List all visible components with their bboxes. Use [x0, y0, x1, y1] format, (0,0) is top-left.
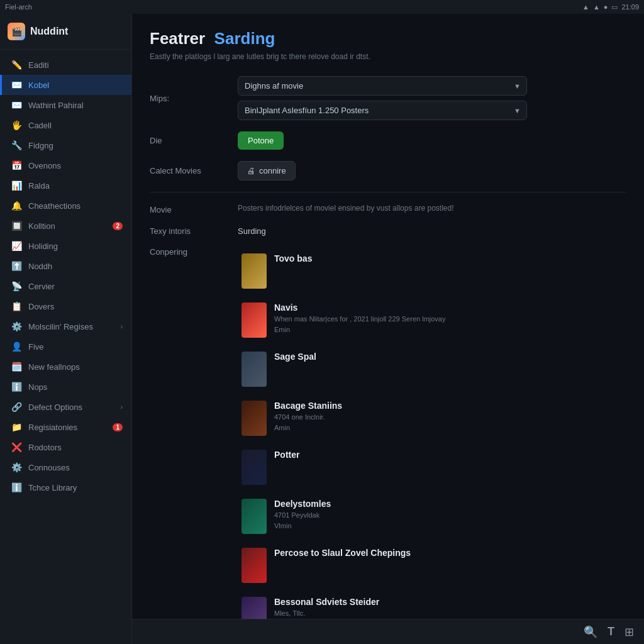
movie-info-block: Tovo bas	[274, 253, 623, 265]
eaditi-icon: ✏️	[11, 60, 22, 70]
rodotors-icon: ❌	[11, 442, 22, 452]
movie-meta-line2: Emin	[274, 325, 623, 335]
movie-meta-line1: 4704 one Inclnir.	[274, 412, 623, 423]
noddh-icon: ⬆️	[11, 261, 22, 271]
kolltion-icon: 🔲	[11, 221, 22, 231]
movie-list: Tovo basNavisWhen mas Nlitar|ces for , 2…	[238, 247, 626, 644]
movie-list-item[interactable]: NavisWhen mas Nlitar|ces for , 2021 linj…	[238, 296, 626, 344]
wathint-pahiral-icon: ✉️	[11, 100, 22, 110]
dovers-label: Dovers	[28, 302, 123, 311]
movie-title: Navis	[274, 303, 623, 313]
movie-info-row: Movie Posters infodrlelces of moviel ens…	[150, 204, 626, 215]
fidgng-icon: 🔧	[11, 140, 22, 150]
new-feallnops-label: New feallnops	[28, 362, 123, 372]
movie-list-item[interactable]: Percose to Slaul Zovel Chepings	[238, 541, 626, 589]
dropdown2-wrapper: BinlJplant AsIesfíun 1.250 Posters ▼	[238, 101, 527, 120]
tchce-library-icon: ℹ️	[11, 482, 22, 492]
page-subtitle: Eastly the platIogs l larg ane lutles br…	[150, 52, 626, 61]
sidebar-item-ovenons[interactable]: 📅Ovenons	[0, 155, 131, 175]
conpering-label: Conpering	[150, 247, 238, 257]
movie-info-block: Percose to Slaul Zovel Chepings	[274, 548, 623, 559]
sidebar-item-cadell[interactable]: 🖐️Cadell	[0, 115, 131, 135]
movie-list-item[interactable]: Tovo bas	[238, 247, 626, 295]
movie-poster	[242, 450, 267, 485]
clock-icon: ●	[604, 3, 608, 11]
regisiatonies-icon: 📁	[11, 422, 22, 432]
sidebar-item-kolltion[interactable]: 🔲Kolltion2	[0, 216, 131, 236]
molscilin-regises-label: Molscilin' Regises	[28, 322, 114, 331]
mips-control: Dighns af movie ▼ BinlJplant AsIesfíun 1…	[238, 76, 626, 120]
layout-bottom-icon[interactable]: ⊞	[625, 625, 634, 639]
status-bar-right: ▲ ▲ ● ▭ 21:09	[582, 3, 639, 11]
molscilin-regises-icon: ⚙️	[11, 321, 22, 331]
movie-poster	[242, 499, 267, 534]
movie-title: Deelystomles	[274, 499, 623, 509]
movie-meta-line2: Vlmin	[274, 521, 623, 531]
conpering-row: Conpering Tovo basNavisWhen mas Nlitar|c…	[150, 247, 626, 644]
cervier-label: Cervier	[28, 282, 123, 291]
sidebar-item-tchce-library[interactable]: ℹ️Tchce Library	[0, 477, 131, 497]
sidebar-item-noddh[interactable]: ⬆️Noddh	[0, 256, 131, 276]
movie-info-block: Bacage Staniins4704 one Inclnir.Amin	[274, 401, 623, 433]
cadell-icon: 🖐️	[11, 120, 22, 130]
sidebar-item-rodotors[interactable]: ❌Rodotors	[0, 437, 131, 457]
bottom-bar: 🔍 T ⊞	[132, 619, 644, 644]
cheathections-label: Cheathections	[28, 201, 123, 211]
sidebar-item-molscilin-regises[interactable]: ⚙️Molscilin' Regises›	[0, 316, 131, 336]
calect-movies-row: Calect Movies 🖨 connire	[150, 161, 626, 180]
dropdown1-wrapper: Dighns af movie ▼	[238, 76, 527, 96]
sidebar-item-new-feallnops[interactable]: 🗓️New feallnops	[0, 357, 131, 377]
search-bottom-icon[interactable]: 🔍	[584, 625, 597, 639]
movie-list-item[interactable]: Deelystomles4701 PeyvldakVlmin	[238, 492, 626, 540]
sidebar-item-eaditi[interactable]: ✏️Eaditi	[0, 55, 131, 75]
movie-list-item[interactable]: Potter	[238, 443, 626, 491]
sidebar-item-dovers[interactable]: 📋Dovers	[0, 296, 131, 316]
movie-poster	[242, 352, 267, 387]
connouses-icon: ⚙️	[11, 462, 22, 472]
movie-list-item[interactable]: Sage Spal	[238, 345, 626, 393]
sidebar-item-five[interactable]: 👤Five	[0, 336, 131, 357]
die-label: Die	[150, 136, 238, 145]
regisiatonies-badge: 1	[113, 423, 123, 431]
sidebar-item-regisiatonies[interactable]: 📁Regisiatonies1	[0, 417, 131, 437]
connouses-label: Connouses	[28, 463, 123, 472]
sidebar-item-wathint-pahiral[interactable]: ✉️Wathint Pahiral	[0, 95, 131, 115]
sidebar-item-connouses[interactable]: ⚙️Connouses	[0, 457, 131, 477]
sidebar-nav: ✏️Eaditi✉️Kobel✉️Wathint Pahiral🖐️Cadell…	[0, 50, 131, 644]
sidebar-item-cervier[interactable]: 📡Cervier	[0, 276, 131, 296]
movie-info-block: Potter	[274, 450, 623, 461]
type-bottom-icon[interactable]: T	[608, 625, 614, 638]
movie-title: Bessonal Sdviets Steider	[274, 597, 623, 607]
sidebar-item-fidgng[interactable]: 🔧Fidgng	[0, 135, 131, 155]
dropdown2-select[interactable]: BinlJplant AsIesfíun 1.250 Posters	[238, 101, 527, 120]
sidebar-item-defect-options[interactable]: 🔗Defect Options›	[0, 397, 131, 417]
movie-poster	[242, 548, 267, 583]
connire-icon: 🖨	[247, 166, 255, 175]
new-feallnops-icon: 🗓️	[11, 362, 22, 372]
dropdown1-select[interactable]: Dighns af movie	[238, 76, 527, 96]
die-control: Potone	[238, 131, 626, 150]
five-label: Five	[28, 342, 123, 352]
movie-list-item[interactable]: Bacage Staniins4704 one Inclnir.Amin	[238, 394, 626, 442]
sidebar-item-nops[interactable]: ℹ️Nops	[0, 377, 131, 397]
potone-button[interactable]: Potone	[238, 131, 284, 150]
calect-movies-label: Calect Movies	[150, 166, 238, 175]
texy-intoris-row: Texy intoris Surding	[150, 226, 626, 236]
defect-options-label: Defect Options	[28, 402, 114, 412]
ovenons-label: Ovenons	[28, 161, 123, 170]
texy-intoris-label: Texy intoris	[150, 226, 238, 236]
sidebar-item-holiding[interactable]: 📈Holiding	[0, 236, 131, 256]
tchce-library-label: Tchce Library	[28, 483, 123, 492]
sidebar-item-kobel[interactable]: ✉️Kobel	[0, 75, 131, 95]
die-row: Die Potone	[150, 131, 626, 150]
connire-button[interactable]: 🖨 connire	[238, 161, 296, 180]
movie-poster	[242, 253, 267, 289]
app-name: Fiel-arch	[5, 3, 32, 11]
movie-meta-line2: Amin	[274, 423, 623, 433]
sidebar-item-ralda[interactable]: 📊Ralda	[0, 175, 131, 196]
sidebar-item-cheathections[interactable]: 🔔Cheathections	[0, 196, 131, 216]
eaditi-label: Eaditi	[28, 60, 123, 70]
time-display: 21:09	[621, 3, 639, 11]
kobel-icon: ✉️	[11, 80, 22, 90]
mips-row: Mips: Dighns af movie ▼ BinlJplant AsIes…	[150, 76, 626, 120]
